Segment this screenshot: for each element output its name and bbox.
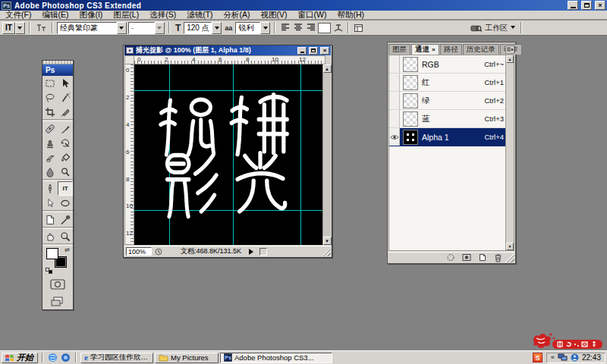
palette-scrollbar[interactable]: ▲ ▼ [505, 55, 514, 250]
anti-alias-combo[interactable]: 锐利 [235, 22, 270, 34]
doc-close-button[interactable]: × [320, 47, 329, 55]
channel-row-red[interactable]: 红 Ctrl+1 [389, 74, 514, 92]
task-button-photoshop[interactable]: Ps Adobe Photoshop CS3... [220, 353, 332, 363]
vertical-ruler[interactable]: 0 2 4 6 8 10 12 [124, 64, 134, 245]
resize-grip[interactable] [322, 247, 331, 256]
save-selection-icon[interactable] [462, 253, 471, 262]
eyedropper-tool[interactable] [58, 212, 73, 227]
palette-menu-button[interactable] [505, 46, 514, 54]
shape-tool[interactable] [58, 196, 73, 210]
new-channel-icon[interactable] [478, 253, 487, 262]
magic-wand-tool[interactable] [58, 90, 73, 105]
doc-minimize-button[interactable] [297, 47, 307, 55]
type-tool[interactable]: IT [58, 181, 73, 196]
screen-mode-button[interactable] [42, 293, 73, 309]
ime-icon[interactable]: S [533, 353, 543, 362]
palette-resize-grip[interactable] [505, 253, 514, 262]
tool-preset-picker[interactable]: IT [2, 22, 25, 34]
scroll-up-icon[interactable]: ▲ [506, 55, 514, 63]
menu-window[interactable]: 窗口(W) [293, 10, 332, 20]
menu-edit[interactable]: 编辑(E) [36, 10, 74, 20]
ruler-origin[interactable] [124, 55, 134, 64]
quicklaunch-ie-icon[interactable] [47, 352, 58, 363]
start-button[interactable]: 开始 [2, 353, 38, 363]
menu-file[interactable]: 文件(F) [0, 10, 36, 20]
menu-help[interactable]: 帮助(H) [332, 10, 370, 20]
menu-filter[interactable]: 滤镜(T) [181, 10, 218, 20]
network-tray-icon[interactable] [558, 353, 568, 362]
channel-row-alpha1[interactable]: Alpha 1 Ctrl+4 [389, 128, 514, 146]
channel-row-green[interactable]: 绿 Ctrl+2 [389, 92, 514, 110]
dodge-tool[interactable] [58, 165, 73, 179]
tab-paths[interactable]: 路径 [440, 44, 462, 55]
visibility-toggle[interactable] [389, 74, 400, 91]
visibility-toggle[interactable] [389, 92, 400, 109]
channel-row-blue[interactable]: 蓝 Ctrl+3 [389, 110, 514, 128]
brush-tool[interactable] [58, 121, 73, 136]
horizontal-ruler[interactable]: 0 2 4 6 8 10 12 [134, 55, 326, 64]
font-family-dropdown[interactable] [117, 22, 127, 34]
document-titlebar[interactable]: ✦ 捕光捉影 @ 100% (图层 1, Alpha 1/8) × [124, 46, 331, 55]
messenger-tray-icon[interactable] [571, 353, 579, 362]
canvas[interactable] [134, 64, 326, 245]
status-menu-arrow-icon[interactable] [249, 249, 256, 255]
font-style-combo[interactable]: - [128, 22, 165, 34]
menu-view[interactable]: 视图(V) [256, 10, 293, 20]
h-scroll-thumb[interactable] [259, 248, 267, 256]
visibility-toggle[interactable] [389, 128, 400, 146]
bridge-icon[interactable] [470, 22, 482, 33]
task-button-webpage[interactable]: e 学习园区佳作欣赏 摄... [80, 353, 153, 363]
preset-dropdown-button[interactable] [15, 22, 25, 34]
text-orientation-icon[interactable] [34, 22, 48, 34]
paint-bucket-tool[interactable] [58, 150, 73, 165]
restore-button[interactable] [581, 1, 592, 10]
pen-tool[interactable] [42, 181, 58, 196]
character-palette-toggle-icon[interactable] [353, 22, 364, 33]
swap-colors-icon[interactable]: ⇄ [64, 247, 70, 253]
quicklaunch-desktop-icon[interactable] [60, 352, 71, 363]
guide-line[interactable] [300, 64, 301, 245]
text-color-swatch[interactable] [318, 23, 331, 33]
move-tool[interactable] [58, 76, 73, 90]
slice-tool[interactable] [58, 105, 73, 119]
visibility-toggle[interactable] [389, 55, 400, 73]
scroll-down-icon[interactable]: ▼ [506, 243, 514, 250]
menu-image[interactable]: 图像(I) [74, 10, 108, 20]
delete-channel-icon[interactable] [494, 253, 502, 262]
vertical-scrollbar[interactable]: ▲ ▼ [322, 64, 331, 245]
scroll-down-icon[interactable]: ▼ [323, 237, 332, 245]
quick-mask-button[interactable] [42, 276, 73, 293]
history-brush-tool[interactable] [58, 136, 73, 150]
healing-brush-tool[interactable] [42, 121, 58, 136]
load-selection-icon[interactable] [446, 253, 455, 262]
clone-stamp-tool[interactable] [42, 136, 58, 150]
scroll-up-icon[interactable]: ▲ [323, 64, 332, 73]
tab-history[interactable]: 历史记录 [463, 44, 499, 55]
channel-row-rgb[interactable]: RGB Ctrl+~ [389, 55, 514, 74]
crop-tool[interactable] [42, 105, 58, 119]
align-left-button[interactable] [279, 22, 291, 33]
close-button[interactable]: × [595, 1, 605, 10]
menu-layer[interactable]: 图层(L) [108, 10, 144, 20]
tab-layers[interactable]: 图层 [388, 44, 410, 55]
font-size-combo[interactable]: 120 点 [184, 22, 222, 34]
font-family-combo[interactable]: 经典繁印篆 [57, 22, 127, 34]
align-right-button[interactable] [305, 22, 316, 33]
workspace-button[interactable]: 工作区 [483, 22, 517, 34]
foreground-color-swatch[interactable] [46, 248, 58, 259]
path-selection-tool[interactable] [42, 196, 58, 210]
minimize-button[interactable] [568, 1, 578, 10]
marquee-tool[interactable] [42, 76, 58, 90]
menu-analysis[interactable]: 分析(A) [219, 10, 256, 20]
zoom-level-field[interactable]: 100% [126, 247, 152, 256]
hand-tool[interactable] [42, 229, 58, 243]
blur-tool[interactable] [42, 165, 58, 179]
eraser-tool[interactable] [42, 150, 58, 165]
visibility-toggle[interactable] [389, 110, 400, 127]
lasso-tool[interactable] [42, 90, 58, 105]
task-button-my-pictures[interactable]: My Pictures [155, 353, 219, 363]
tab-close-icon[interactable]: × [432, 46, 436, 53]
menu-select[interactable]: 选择(S) [144, 10, 181, 20]
doc-maximize-button[interactable] [309, 47, 318, 55]
tray-collapse-icon[interactable]: « [551, 354, 555, 361]
